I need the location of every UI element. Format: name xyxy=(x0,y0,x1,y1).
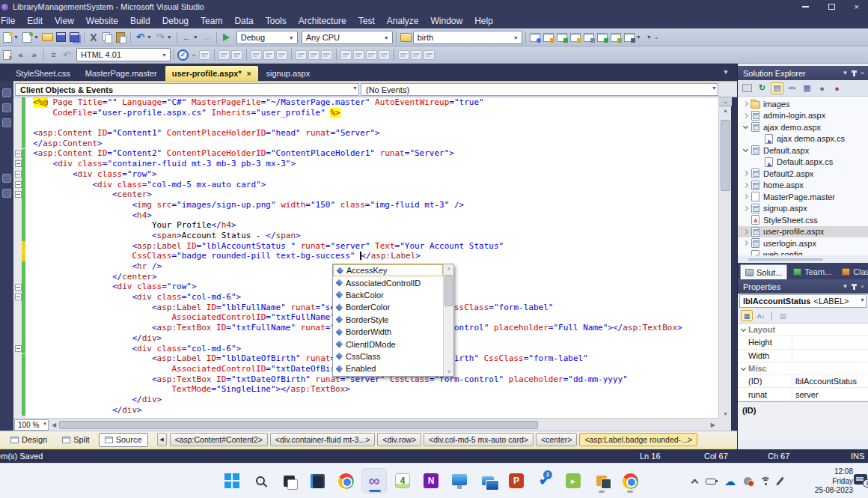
close-icon[interactable]: × xyxy=(861,70,864,76)
property-value[interactable] xyxy=(792,336,868,348)
property-pages-button[interactable]: ▤ xyxy=(777,310,789,321)
find-input[interactable] xyxy=(418,33,506,42)
formatting-tool-button[interactable] xyxy=(199,50,210,60)
menu-tools[interactable]: Tools xyxy=(260,16,293,26)
properties-button[interactable] xyxy=(741,82,754,94)
start-button[interactable] xyxy=(219,468,245,494)
chevron-down-icon[interactable]: ▼ xyxy=(167,34,172,40)
event-dropdown[interactable]: (No Events)▼ xyxy=(361,83,718,96)
chevron-down-icon[interactable]: ▼ xyxy=(636,34,641,40)
menu-data[interactable]: Data xyxy=(228,16,259,26)
copy-web-site-button[interactable]: ● xyxy=(816,82,828,94)
cut-button[interactable] xyxy=(88,31,100,43)
increase-indent-button[interactable]: » xyxy=(28,49,40,61)
tab-user-profile-aspx-[interactable]: user-profile.aspx*× xyxy=(165,66,258,81)
minimize-button[interactable] xyxy=(802,6,809,7)
formatting-tool-button[interactable] xyxy=(308,50,320,60)
formatting-tool-button[interactable] xyxy=(251,50,262,60)
menu-analyze[interactable]: Analyze xyxy=(381,16,425,26)
format-document-button[interactable] xyxy=(1,49,13,61)
platform-dropdown[interactable]: Any CPU▼ xyxy=(302,31,393,44)
formatting-tool-button[interactable] xyxy=(366,50,377,60)
copy-button[interactable] xyxy=(101,31,114,43)
property-group-layout[interactable]: Layout xyxy=(738,324,868,336)
intellisense-item[interactable]: BackColor xyxy=(333,289,443,301)
comment-button[interactable]: ↶ xyxy=(61,49,73,61)
breadcrumb-tag[interactable]: <center> xyxy=(536,433,577,446)
start-debugging-button[interactable] xyxy=(220,31,233,43)
tree-item-userlogin-aspx[interactable]: userlogin.aspx xyxy=(738,237,868,249)
property-value[interactable]: server xyxy=(792,388,868,400)
refresh-button[interactable]: ↻ xyxy=(756,82,768,94)
menu-website[interactable]: Website xyxy=(80,16,124,26)
sync-alert-icon[interactable] xyxy=(744,477,752,485)
toolbar-overflow-icon[interactable]: ▼ xyxy=(647,34,652,40)
scrollbar-thumb[interactable] xyxy=(721,120,730,191)
alphabetical-button[interactable]: A↓ xyxy=(755,310,767,321)
tab-signup-aspx[interactable]: signup.aspx xyxy=(260,66,317,81)
check-app-icon[interactable]: ✔2 xyxy=(532,468,557,494)
intellisense-item[interactable]: BorderColor xyxy=(333,301,443,313)
onenote-icon[interactable]: N xyxy=(418,468,444,494)
intellisense-item[interactable]: CssClass xyxy=(333,350,443,362)
horizontal-scrollbar[interactable]: 100 %▼ ◀ ▶ xyxy=(13,418,718,431)
chevron-down-icon[interactable] xyxy=(738,368,748,370)
scroll-down-icon[interactable]: ▼ xyxy=(719,411,732,416)
collapse-region-icon[interactable] xyxy=(15,294,22,300)
view-code-button[interactable]: <> xyxy=(786,82,798,94)
widgets-button[interactable] xyxy=(305,468,330,494)
intellisense-item[interactable]: AccessKey xyxy=(333,264,443,276)
chevron-right-icon[interactable] xyxy=(741,171,750,175)
taskbar-clock[interactable]: 12:08 Friday 25-08-2023 xyxy=(795,467,853,496)
open-file-button[interactable] xyxy=(41,31,54,43)
command-window-button[interactable] xyxy=(623,31,636,43)
search-button[interactable] xyxy=(248,468,273,494)
wifi-icon[interactable] xyxy=(760,477,771,485)
scroll-left-icon[interactable]: ◀ xyxy=(49,422,59,428)
tree-item-ajax-demo-aspx[interactable]: ajax demo.aspx xyxy=(738,121,868,133)
tree-item-images[interactable]: images xyxy=(738,98,868,110)
property-row[interactable]: (ID)lblAccountStatus xyxy=(738,375,868,388)
find-in-files-button[interactable] xyxy=(529,31,542,43)
data-sources-icon[interactable] xyxy=(2,118,11,127)
server-explorer-icon[interactable] xyxy=(2,88,11,97)
tree-horizontal-scrollbar[interactable] xyxy=(738,255,868,263)
tree-item-web-config[interactable]: web.config xyxy=(738,249,868,256)
test-results-button[interactable] xyxy=(569,31,582,43)
check-page-button[interactable]: ✓ xyxy=(177,49,189,61)
tab-class-view[interactable]: Class... xyxy=(837,264,868,279)
close-button[interactable]: × xyxy=(855,3,859,11)
paste-button[interactable] xyxy=(114,31,127,43)
chevron-down-icon[interactable] xyxy=(741,149,750,151)
tree-item-ajax-demo-aspx-cs[interactable]: ajax demo.aspx.cs xyxy=(738,133,868,145)
aspnet-configuration-button[interactable]: ● xyxy=(831,82,843,94)
menu-file[interactable]: File xyxy=(0,16,21,26)
chevron-down-icon[interactable]: ▼ xyxy=(193,34,198,40)
breadcrumb-tag[interactable]: <div.row> xyxy=(377,433,421,446)
object-dropdown[interactable]: Client Objects & Events▼ xyxy=(15,83,359,96)
chevron-down-icon[interactable]: ▼ xyxy=(13,34,19,40)
menu-build[interactable]: Build xyxy=(124,16,156,26)
view-designer-button[interactable]: ▦ xyxy=(801,82,813,94)
formatting-tool-button[interactable] xyxy=(424,50,435,60)
formatting-tool-button[interactable] xyxy=(218,50,230,60)
chevron-down-icon[interactable]: ▼ xyxy=(842,70,848,76)
undo-button[interactable]: ↶ xyxy=(134,31,147,43)
chevron-right-icon[interactable] xyxy=(741,207,750,210)
architecture-explorer-button[interactable] xyxy=(610,31,623,43)
property-row[interactable]: Height xyxy=(738,336,868,349)
editor-zoom-dropdown[interactable]: 100 %▼ xyxy=(14,419,49,431)
intellisense-item[interactable]: BorderWidth xyxy=(333,326,443,338)
docked-tool-icon[interactable] xyxy=(2,189,11,198)
menu-team[interactable]: Team xyxy=(195,16,228,26)
intellisense-item[interactable]: AssociatedControlID xyxy=(333,276,443,288)
formatting-tool-button[interactable] xyxy=(379,50,390,60)
star-app-icon[interactable]: ► xyxy=(560,468,586,494)
performance-explorer-button[interactable] xyxy=(556,31,569,43)
tab-team-explorer[interactable]: Team... xyxy=(789,264,836,279)
html-validation-dropdown[interactable]: HTML 4.01▼ xyxy=(76,48,171,61)
tree-item-home-aspx[interactable]: home.aspx xyxy=(738,180,868,192)
formatting-tool-button[interactable] xyxy=(321,50,332,60)
vertical-scrollbar[interactable]: ₌ ▲ ▼ xyxy=(718,97,731,418)
app-pair-icon[interactable] xyxy=(589,468,614,494)
